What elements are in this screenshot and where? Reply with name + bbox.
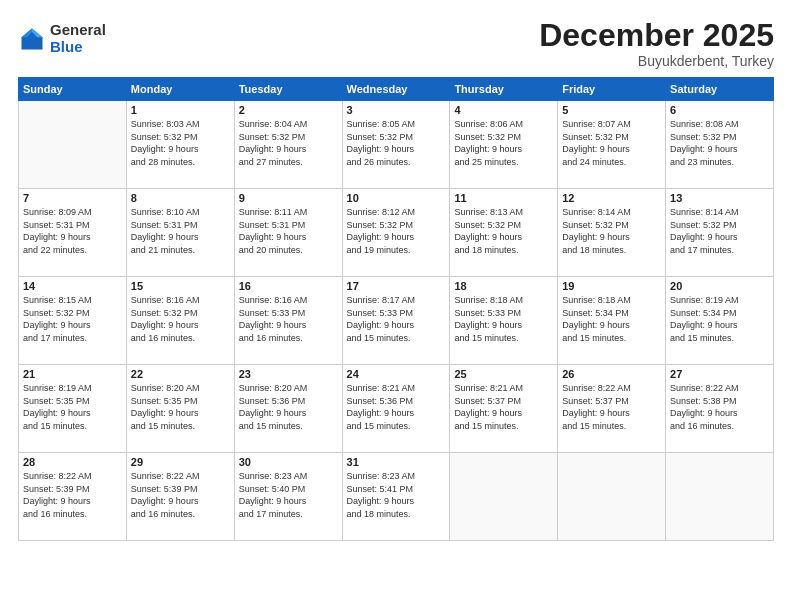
day-info: Sunrise: 8:14 AM Sunset: 5:32 PM Dayligh… (562, 206, 661, 256)
day-cell: 9Sunrise: 8:11 AM Sunset: 5:31 PM Daylig… (234, 189, 342, 277)
weekday-header: Sunday (19, 78, 127, 101)
logo: General Blue (18, 22, 106, 55)
day-number: 26 (562, 368, 661, 380)
week-row: 28Sunrise: 8:22 AM Sunset: 5:39 PM Dayli… (19, 453, 774, 541)
day-number: 14 (23, 280, 122, 292)
day-cell (450, 453, 558, 541)
location: Buyukderbent, Turkey (539, 53, 774, 69)
day-number: 20 (670, 280, 769, 292)
day-cell: 30Sunrise: 8:23 AM Sunset: 5:40 PM Dayli… (234, 453, 342, 541)
day-info: Sunrise: 8:10 AM Sunset: 5:31 PM Dayligh… (131, 206, 230, 256)
title-block: December 2025 Buyukderbent, Turkey (539, 18, 774, 69)
day-number: 1 (131, 104, 230, 116)
day-info: Sunrise: 8:19 AM Sunset: 5:34 PM Dayligh… (670, 294, 769, 344)
day-number: 8 (131, 192, 230, 204)
day-cell: 31Sunrise: 8:23 AM Sunset: 5:41 PM Dayli… (342, 453, 450, 541)
day-cell (19, 101, 127, 189)
day-cell: 14Sunrise: 8:15 AM Sunset: 5:32 PM Dayli… (19, 277, 127, 365)
day-info: Sunrise: 8:13 AM Sunset: 5:32 PM Dayligh… (454, 206, 553, 256)
day-info: Sunrise: 8:23 AM Sunset: 5:41 PM Dayligh… (347, 470, 446, 520)
day-info: Sunrise: 8:18 AM Sunset: 5:34 PM Dayligh… (562, 294, 661, 344)
day-number: 5 (562, 104, 661, 116)
logo-text: General Blue (50, 22, 106, 55)
day-number: 4 (454, 104, 553, 116)
day-number: 24 (347, 368, 446, 380)
logo-icon (18, 25, 46, 53)
day-number: 18 (454, 280, 553, 292)
day-cell: 4Sunrise: 8:06 AM Sunset: 5:32 PM Daylig… (450, 101, 558, 189)
day-info: Sunrise: 8:16 AM Sunset: 5:32 PM Dayligh… (131, 294, 230, 344)
day-cell: 5Sunrise: 8:07 AM Sunset: 5:32 PM Daylig… (558, 101, 666, 189)
day-number: 31 (347, 456, 446, 468)
day-cell: 24Sunrise: 8:21 AM Sunset: 5:36 PM Dayli… (342, 365, 450, 453)
day-info: Sunrise: 8:12 AM Sunset: 5:32 PM Dayligh… (347, 206, 446, 256)
day-number: 21 (23, 368, 122, 380)
day-info: Sunrise: 8:20 AM Sunset: 5:35 PM Dayligh… (131, 382, 230, 432)
weekday-header: Saturday (666, 78, 774, 101)
day-cell: 15Sunrise: 8:16 AM Sunset: 5:32 PM Dayli… (126, 277, 234, 365)
day-info: Sunrise: 8:21 AM Sunset: 5:37 PM Dayligh… (454, 382, 553, 432)
day-cell: 1Sunrise: 8:03 AM Sunset: 5:32 PM Daylig… (126, 101, 234, 189)
day-number: 11 (454, 192, 553, 204)
day-cell: 10Sunrise: 8:12 AM Sunset: 5:32 PM Dayli… (342, 189, 450, 277)
day-info: Sunrise: 8:06 AM Sunset: 5:32 PM Dayligh… (454, 118, 553, 168)
day-info: Sunrise: 8:22 AM Sunset: 5:39 PM Dayligh… (23, 470, 122, 520)
day-cell: 3Sunrise: 8:05 AM Sunset: 5:32 PM Daylig… (342, 101, 450, 189)
calendar: SundayMondayTuesdayWednesdayThursdayFrid… (18, 77, 774, 541)
day-number: 12 (562, 192, 661, 204)
page: General Blue December 2025 Buyukderbent,… (0, 0, 792, 612)
day-cell: 29Sunrise: 8:22 AM Sunset: 5:39 PM Dayli… (126, 453, 234, 541)
day-info: Sunrise: 8:21 AM Sunset: 5:36 PM Dayligh… (347, 382, 446, 432)
day-number: 25 (454, 368, 553, 380)
day-info: Sunrise: 8:03 AM Sunset: 5:32 PM Dayligh… (131, 118, 230, 168)
day-info: Sunrise: 8:08 AM Sunset: 5:32 PM Dayligh… (670, 118, 769, 168)
day-cell: 18Sunrise: 8:18 AM Sunset: 5:33 PM Dayli… (450, 277, 558, 365)
day-number: 17 (347, 280, 446, 292)
week-row: 7Sunrise: 8:09 AM Sunset: 5:31 PM Daylig… (19, 189, 774, 277)
week-row: 14Sunrise: 8:15 AM Sunset: 5:32 PM Dayli… (19, 277, 774, 365)
day-cell: 28Sunrise: 8:22 AM Sunset: 5:39 PM Dayli… (19, 453, 127, 541)
day-info: Sunrise: 8:11 AM Sunset: 5:31 PM Dayligh… (239, 206, 338, 256)
day-number: 23 (239, 368, 338, 380)
day-number: 13 (670, 192, 769, 204)
day-cell: 8Sunrise: 8:10 AM Sunset: 5:31 PM Daylig… (126, 189, 234, 277)
day-number: 28 (23, 456, 122, 468)
day-cell: 19Sunrise: 8:18 AM Sunset: 5:34 PM Dayli… (558, 277, 666, 365)
day-number: 29 (131, 456, 230, 468)
day-cell (558, 453, 666, 541)
weekday-header: Friday (558, 78, 666, 101)
day-number: 16 (239, 280, 338, 292)
day-number: 22 (131, 368, 230, 380)
day-number: 3 (347, 104, 446, 116)
day-cell: 26Sunrise: 8:22 AM Sunset: 5:37 PM Dayli… (558, 365, 666, 453)
day-info: Sunrise: 8:22 AM Sunset: 5:37 PM Dayligh… (562, 382, 661, 432)
day-number: 6 (670, 104, 769, 116)
weekday-header: Wednesday (342, 78, 450, 101)
week-row: 1Sunrise: 8:03 AM Sunset: 5:32 PM Daylig… (19, 101, 774, 189)
day-cell: 16Sunrise: 8:16 AM Sunset: 5:33 PM Dayli… (234, 277, 342, 365)
day-cell: 23Sunrise: 8:20 AM Sunset: 5:36 PM Dayli… (234, 365, 342, 453)
day-cell: 27Sunrise: 8:22 AM Sunset: 5:38 PM Dayli… (666, 365, 774, 453)
day-info: Sunrise: 8:20 AM Sunset: 5:36 PM Dayligh… (239, 382, 338, 432)
day-info: Sunrise: 8:16 AM Sunset: 5:33 PM Dayligh… (239, 294, 338, 344)
weekday-header: Thursday (450, 78, 558, 101)
logo-blue: Blue (50, 39, 106, 56)
day-number: 27 (670, 368, 769, 380)
day-info: Sunrise: 8:18 AM Sunset: 5:33 PM Dayligh… (454, 294, 553, 344)
day-number: 19 (562, 280, 661, 292)
day-info: Sunrise: 8:22 AM Sunset: 5:39 PM Dayligh… (131, 470, 230, 520)
day-cell: 13Sunrise: 8:14 AM Sunset: 5:32 PM Dayli… (666, 189, 774, 277)
day-cell: 7Sunrise: 8:09 AM Sunset: 5:31 PM Daylig… (19, 189, 127, 277)
day-cell: 20Sunrise: 8:19 AM Sunset: 5:34 PM Dayli… (666, 277, 774, 365)
month-title: December 2025 (539, 18, 774, 53)
day-number: 15 (131, 280, 230, 292)
day-cell: 17Sunrise: 8:17 AM Sunset: 5:33 PM Dayli… (342, 277, 450, 365)
day-cell: 25Sunrise: 8:21 AM Sunset: 5:37 PM Dayli… (450, 365, 558, 453)
day-info: Sunrise: 8:23 AM Sunset: 5:40 PM Dayligh… (239, 470, 338, 520)
weekday-header: Tuesday (234, 78, 342, 101)
day-cell: 21Sunrise: 8:19 AM Sunset: 5:35 PM Dayli… (19, 365, 127, 453)
day-info: Sunrise: 8:19 AM Sunset: 5:35 PM Dayligh… (23, 382, 122, 432)
weekday-header: Monday (126, 78, 234, 101)
week-row: 21Sunrise: 8:19 AM Sunset: 5:35 PM Dayli… (19, 365, 774, 453)
header: General Blue December 2025 Buyukderbent,… (18, 18, 774, 69)
